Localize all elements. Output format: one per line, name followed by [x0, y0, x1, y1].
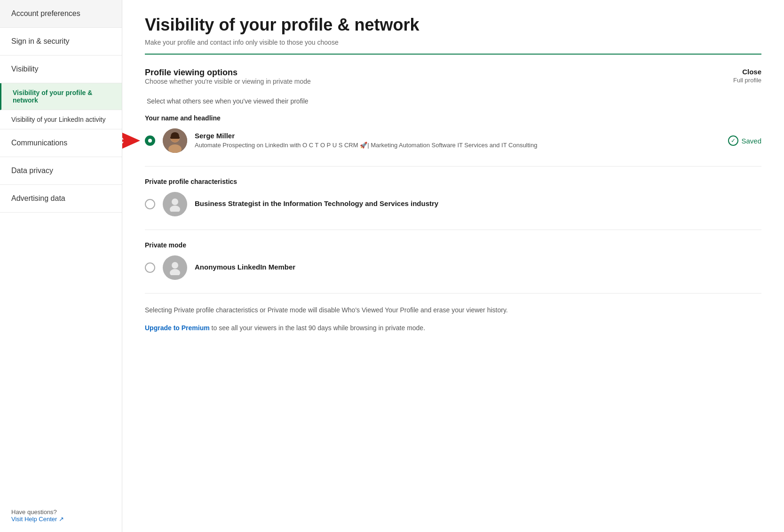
- section-description: Choose whether you're visible or viewing…: [145, 78, 311, 85]
- checkmark-icon: ✓: [731, 137, 736, 144]
- sidebar-item-label: Account preferences: [11, 9, 80, 17]
- red-arrow-svg: [122, 128, 140, 154]
- close-button[interactable]: Close: [733, 68, 761, 76]
- svg-point-9: [170, 269, 180, 275]
- divider-between-options-2: [145, 230, 761, 230]
- sidebar-item-data-privacy[interactable]: Data privacy: [0, 157, 122, 185]
- page-title: Visibility of your profile & network: [145, 15, 761, 35]
- upgrade-to-premium-link[interactable]: Upgrade to Premium: [145, 324, 210, 332]
- option-info-private-characteristics: Business Strategist in the Information T…: [195, 199, 761, 209]
- saved-circle-icon: ✓: [728, 135, 738, 146]
- section-divider: [145, 54, 761, 55]
- footer-note: Selecting Private profile characteristic…: [145, 305, 761, 315]
- sidebar-item-label: Sign in & security: [11, 37, 70, 45]
- option-row-private-characteristics: Business Strategist in the Information T…: [145, 192, 761, 216]
- radio-private-mode[interactable]: [145, 262, 155, 273]
- person-silhouette-icon: [167, 197, 182, 212]
- upgrade-note: Upgrade to Premium to see all your viewe…: [145, 323, 761, 333]
- external-link-icon: ↗: [59, 516, 64, 523]
- help-link-label: Visit Help Center: [11, 516, 57, 523]
- close-sub-label: Full profile: [733, 77, 761, 84]
- section-title: Profile viewing options: [145, 68, 311, 78]
- svg-point-6: [172, 199, 178, 205]
- option-info-full-profile: Serge Miller Automate Prospecting on Lin…: [195, 132, 721, 150]
- person-silhouette-icon-2: [167, 260, 182, 275]
- main-content: Visibility of your profile & network Mak…: [122, 0, 784, 532]
- sidebar: Account preferences Sign in & security V…: [0, 0, 122, 532]
- avatar-photo-svg: [163, 128, 187, 153]
- section-header: Profile viewing options Choose whether y…: [145, 68, 761, 95]
- sidebar-item-label: Visibility of your LinkedIn activity: [11, 116, 106, 123]
- sidebar-item-label: Advertising data: [11, 194, 65, 202]
- sidebar-item-label: Visibility of your profile & network: [13, 89, 92, 104]
- avatar-full-profile: [163, 128, 187, 153]
- sidebar-item-sign-in-security[interactable]: Sign in & security: [0, 28, 122, 56]
- red-arrow-indicator: [122, 128, 140, 154]
- sidebar-item-advertising-data[interactable]: Advertising data: [0, 185, 122, 213]
- svg-point-7: [170, 206, 180, 212]
- option-info-private-mode: Anonymous LinkedIn Member: [195, 263, 761, 272]
- sidebar-section-visibility: Visibility: [0, 56, 122, 83]
- option-row-full-profile: Serge Miller Automate Prospecting on Lin…: [145, 128, 761, 153]
- option-desc-full-profile: Automate Prospecting on LinkedIn with O …: [195, 141, 721, 150]
- option-prompt: Select what others see when you've viewe…: [145, 97, 761, 105]
- saved-badge: ✓ Saved: [728, 135, 761, 146]
- sidebar-item-account-preferences[interactable]: Account preferences: [0, 0, 122, 28]
- svg-rect-5: [170, 136, 180, 139]
- avatar-private-mode: [163, 255, 187, 280]
- sidebar-item-visibility-profile-network[interactable]: Visibility of your profile & network: [0, 83, 122, 110]
- option-name-private-mode: Anonymous LinkedIn Member: [195, 263, 761, 271]
- option-group-label-private-mode: Private mode: [145, 241, 761, 249]
- sidebar-footer: Have questions? Visit Help Center ↗: [0, 499, 122, 532]
- radio-full-profile[interactable]: [145, 135, 155, 146]
- svg-marker-0: [122, 130, 140, 151]
- option-row-private-mode: Anonymous LinkedIn Member: [145, 255, 761, 280]
- radio-private-characteristics[interactable]: [145, 199, 155, 209]
- option-name-full-profile: Serge Miller: [195, 132, 721, 140]
- saved-label: Saved: [741, 137, 761, 145]
- avatar-private-characteristics: [163, 192, 187, 216]
- sidebar-section-label: Communications: [11, 139, 67, 147]
- visit-help-center-link[interactable]: Visit Help Center ↗: [11, 516, 111, 523]
- page-subtitle: Make your profile and contact info only …: [145, 39, 761, 46]
- option-group-label-name: Your name and headline: [145, 114, 761, 122]
- svg-point-8: [172, 262, 178, 269]
- sidebar-section-label: Visibility: [11, 65, 39, 73]
- section-title-area: Profile viewing options Choose whether y…: [145, 68, 311, 95]
- sidebar-section-communications: Communications: [0, 129, 122, 157]
- sidebar-item-label: Data privacy: [11, 167, 53, 175]
- divider-between-options: [145, 166, 761, 167]
- sidebar-item-visibility-linkedin-activity[interactable]: Visibility of your LinkedIn activity: [0, 110, 122, 129]
- divider-footer: [145, 293, 761, 294]
- help-text: Have questions?: [11, 508, 57, 516]
- option-group-label-private-chars: Private profile characteristics: [145, 178, 761, 185]
- upgrade-note-text: to see all your viewers in the last 90 d…: [210, 324, 425, 332]
- close-area: Close Full profile: [733, 68, 761, 84]
- option-name-private-characteristics: Business Strategist in the Information T…: [195, 199, 761, 207]
